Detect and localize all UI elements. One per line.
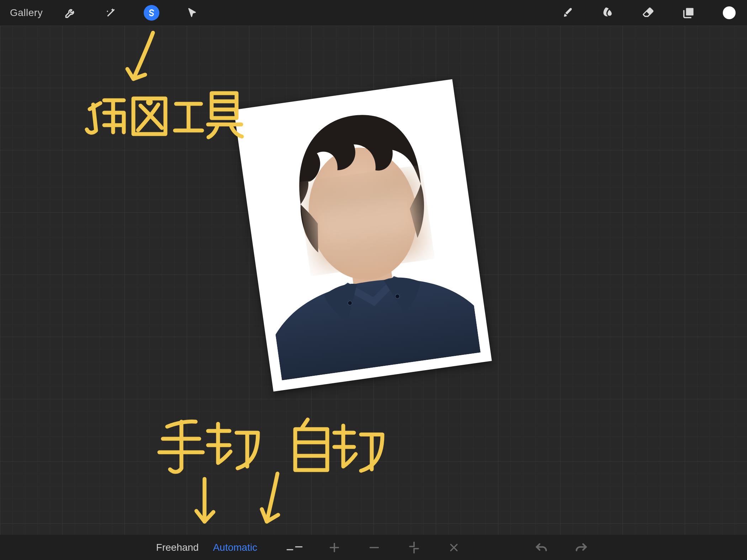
invert-selection-button[interactable]: [404, 538, 424, 557]
redo-icon: [574, 542, 588, 554]
freehand-mode-button[interactable]: Freehand: [156, 542, 199, 553]
canvas-photo-image: [245, 90, 481, 380]
color-swatch-icon: [723, 6, 736, 19]
adjustments-button[interactable]: [103, 5, 119, 21]
cursor-arrow-icon: [186, 7, 198, 18]
selection-button[interactable]: [144, 5, 159, 21]
canvas-photo[interactable]: [234, 79, 492, 392]
automatic-mode-button[interactable]: Automatic: [213, 542, 258, 553]
tool-group-left: [63, 5, 200, 21]
redo-button[interactable]: [572, 538, 591, 557]
magic-wand-icon: [105, 7, 117, 19]
eraser-icon: [641, 6, 655, 20]
layers-button[interactable]: [681, 5, 696, 21]
brush-icon: [560, 6, 574, 20]
clear-selection-button[interactable]: [444, 538, 463, 557]
minus-icon: [368, 542, 380, 554]
smudge-icon: [600, 6, 615, 20]
subtract-selection-button[interactable]: [365, 538, 384, 557]
top-toolbar: Gallery: [0, 0, 747, 26]
canvas[interactable]: [0, 26, 747, 535]
undo-button[interactable]: [532, 538, 551, 557]
color-swatch-button[interactable]: [721, 5, 737, 21]
invert-icon: [408, 541, 420, 554]
transform-button[interactable]: [184, 5, 200, 21]
smudge-button[interactable]: [600, 5, 615, 21]
actions-button[interactable]: [63, 5, 78, 21]
brush-button[interactable]: [559, 5, 575, 21]
eraser-button[interactable]: [640, 5, 656, 21]
x-icon: [449, 542, 459, 553]
gallery-button[interactable]: Gallery: [10, 7, 43, 18]
bottom-toolbar: Freehand Automatic: [0, 535, 747, 560]
wrench-icon: [64, 7, 76, 19]
plus-icon: [328, 542, 340, 554]
svg-rect-0: [686, 8, 694, 16]
undo-icon: [534, 542, 549, 554]
tool-group-right: [559, 5, 737, 21]
svg-point-6: [395, 294, 400, 299]
feather-button[interactable]: [285, 538, 304, 557]
add-selection-button[interactable]: [325, 538, 344, 557]
feather-icon: [286, 543, 303, 552]
layers-icon: [682, 6, 695, 19]
selection-s-icon: [147, 8, 156, 17]
svg-point-5: [348, 300, 353, 305]
